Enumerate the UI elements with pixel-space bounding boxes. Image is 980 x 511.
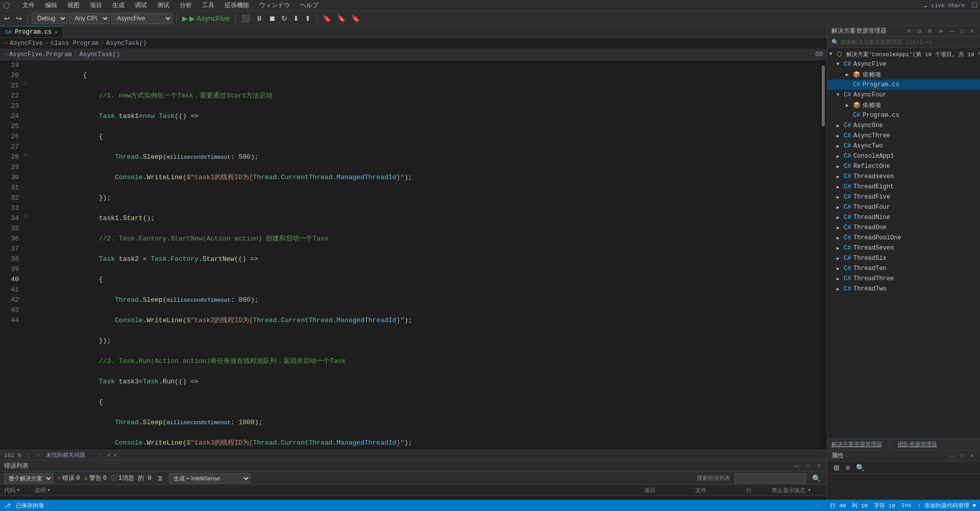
toolbar-icon2[interactable]: ⏸ <box>254 13 265 23</box>
props-minimize-btn[interactable]: — <box>947 452 957 459</box>
se-sync-btn[interactable]: ⟳ <box>905 27 913 35</box>
props-float-btn[interactable]: □ <box>959 452 966 459</box>
menu-test[interactable]: 测试 <box>152 0 175 11</box>
tab-program-cs[interactable]: C# Program.cs ✕ <box>0 26 63 37</box>
error-scope-dropdown[interactable]: 整个解决方案 <box>4 473 53 483</box>
tree-threadthree[interactable]: ▶ C# ThreadThree <box>827 274 980 284</box>
menu-edit[interactable]: 编辑 <box>40 0 62 11</box>
tree-asyncone[interactable]: ▶ C# AsyncOne <box>827 120 980 131</box>
breadcrumb-ns[interactable]: AsyncFive <box>10 40 43 47</box>
cpu-dropdown[interactable]: Any CPU <box>69 13 110 24</box>
menu-build[interactable]: 生成 <box>107 0 130 11</box>
tree-threadseven[interactable]: ▶ C# Threadseven <box>827 172 980 182</box>
error-close-btn[interactable]: ✕ <box>815 462 823 470</box>
se-filter-btn[interactable]: ⊟ <box>915 27 923 35</box>
breadcrumb-method[interactable]: AsyncTask() <box>106 40 146 47</box>
toolbar-icon8[interactable]: 🔖 <box>335 13 348 23</box>
tree-threadpoolone[interactable]: ▶ C# ThreadPoolOne <box>827 233 980 243</box>
tree-asynctwo[interactable]: ▶ C# AsyncTwo <box>827 141 980 151</box>
tree-threadseven2[interactable]: ▶ C# ThreadSeven <box>827 243 980 253</box>
tree-consoleapp1[interactable]: ▶ C# ConsoleApp1 <box>827 151 980 161</box>
file-tab-2[interactable]: AsyncTask() <box>80 51 120 58</box>
toolbar-icon3[interactable]: ⏹ <box>266 13 278 23</box>
props-list-btn[interactable]: ≡ <box>844 463 852 473</box>
col-code[interactable]: 代码 ▼ <box>4 486 35 494</box>
search-placeholder-text[interactable]: 搜索解决方案资源管理器 (Ctrl++) <box>841 38 933 46</box>
menu-tools[interactable]: 工具 <box>197 0 219 11</box>
tree-asyncfive-deps[interactable]: ▶ 📦 依赖项 <box>827 69 980 80</box>
menu-help[interactable]: ヘルプ <box>295 0 324 11</box>
menu-file[interactable]: 文件 <box>17 0 40 11</box>
live-share-btn[interactable]: ☁ Live Share <box>924 2 969 9</box>
build-filter-dropdown[interactable]: 生成 + IntelliSense <box>169 473 251 483</box>
cursor-line[interactable]: 行 40 <box>830 502 846 509</box>
add-to-source-btn[interactable]: ↑ 添加到源代码管理 ▼ <box>918 502 976 509</box>
goto-btn[interactable]: GO <box>816 51 823 58</box>
props-close-btn[interactable]: ✕ <box>968 452 976 459</box>
tree-asyncfour-deps[interactable]: ▶ 📦 依赖项 <box>827 100 980 110</box>
undo-btn[interactable]: ↩ <box>2 13 12 23</box>
col-suppress[interactable]: 禁止显示状态 ▼ <box>772 486 823 494</box>
breadcrumb-class[interactable]: class Program <box>51 40 99 47</box>
tree-threadeight[interactable]: ▶ C# ThreadEight <box>827 182 980 192</box>
error-expand-btn[interactable]: □ <box>804 462 812 470</box>
tree-solution-root[interactable]: ▼ ⬡ 解决方案'ConsoleApp1'(第 19 个项目, 共 19 个) <box>827 49 980 59</box>
redo-btn[interactable]: ↪ <box>14 13 24 23</box>
toolbar-icon6[interactable]: ⬆ <box>303 13 313 23</box>
se-more-btn[interactable]: ≫ <box>936 27 945 35</box>
search-icon-btn[interactable]: 🔍 <box>810 473 823 483</box>
debug-mode-dropdown[interactable]: Debug <box>32 13 67 24</box>
tree-threadone[interactable]: ▶ C# ThreadOne <box>827 223 980 233</box>
menu-view[interactable]: 视图 <box>62 0 85 11</box>
tree-threadsix[interactable]: ▶ C# ThreadSix <box>827 253 980 263</box>
close-btn[interactable]: □ <box>969 1 980 10</box>
menu-extensions[interactable]: 拡張機能 <box>219 0 254 11</box>
se-settings-btn[interactable]: ⚙ <box>925 27 934 35</box>
menu-analyze[interactable]: 分析 <box>175 0 197 11</box>
code-area[interactable]: 19 20 21 22 23 24 25 26 27 28 29 30 31 3… <box>0 60 827 450</box>
collapse-34[interactable]: □ <box>24 213 27 219</box>
col-line[interactable]: 行 <box>746 486 772 494</box>
props-grid-btn[interactable]: ⊞ <box>831 463 842 473</box>
tree-threadnine[interactable]: ▶ C# ThreadNine <box>827 212 980 223</box>
tree-asyncfive[interactable]: ▼ C# AsyncFive <box>827 59 980 69</box>
tree-threadfive[interactable]: ▶ C# ThreadFive <box>827 192 980 202</box>
toolbar-icon9[interactable]: 🔖 <box>349 13 362 23</box>
tab-close-btn[interactable]: ✕ <box>55 29 58 35</box>
file-tab-1[interactable]: AsyncFive.Program <box>9 51 71 58</box>
start-btn[interactable]: ▶ ▶ AsyncFive <box>180 13 232 23</box>
collapse-28[interactable]: □ <box>24 152 27 158</box>
tree-asyncfour-program-cs[interactable]: C# Program.cs <box>827 110 980 120</box>
toolbar-icon1[interactable]: ⬛ <box>239 13 252 23</box>
error-minimize-btn[interactable]: — <box>792 462 801 470</box>
col-desc[interactable]: 说明 ▼ <box>35 486 644 494</box>
menu-debug[interactable]: 调试 <box>130 0 152 11</box>
error-search-input[interactable] <box>734 473 806 483</box>
tree-asyncfive-program-cs[interactable]: C# Program.cs <box>827 80 980 90</box>
collapse-21[interactable]: □ <box>24 81 27 86</box>
col-file[interactable]: 文件 <box>695 486 746 494</box>
tree-threadten[interactable]: ▶ C# ThreadTen <box>827 263 980 274</box>
toolbar-icon5[interactable]: ⬇ <box>291 13 301 23</box>
tree-threadtwo[interactable]: ▶ C# ThreadTwo <box>827 284 980 294</box>
tree-asyncfour[interactable]: ▼ C# AsyncFour <box>827 90 980 100</box>
filter-btn[interactable]: ⧖ <box>156 473 165 483</box>
col-proj[interactable]: 项目 <box>644 486 695 494</box>
minimap-scrollbar[interactable] <box>820 60 827 450</box>
toolbar-icon4[interactable]: ↻ <box>279 13 289 23</box>
menu-project[interactable]: 项目 <box>85 0 107 11</box>
tree-asyncthree[interactable]: ▶ C# AsyncThree <box>827 131 980 141</box>
cursor-col[interactable]: 列 10 <box>852 502 868 509</box>
se-minimize-btn[interactable]: — <box>947 27 957 35</box>
zoom-level[interactable]: 162 % <box>4 452 21 458</box>
se-footer-link1[interactable]: 解决方案资源管理器 <box>831 441 882 448</box>
toolbar-icon7[interactable]: 🔖 <box>321 13 333 23</box>
scroll-thumb[interactable] <box>822 65 825 127</box>
se-footer-link2[interactable]: 团队资源管理器 <box>898 441 937 448</box>
tree-reflectone[interactable]: ▶ C# ReflectOne <box>827 161 980 172</box>
code-content[interactable]: { //1. new方式实例化一个Task，需要通过Start方法启动 Task… <box>33 60 820 450</box>
se-float-btn[interactable]: □ <box>959 27 966 35</box>
tree-threadfour[interactable]: ▶ C# ThreadFour <box>827 202 980 212</box>
project-dropdown[interactable]: AsyncFive <box>111 13 173 24</box>
se-close-btn[interactable]: ✕ <box>968 27 976 35</box>
